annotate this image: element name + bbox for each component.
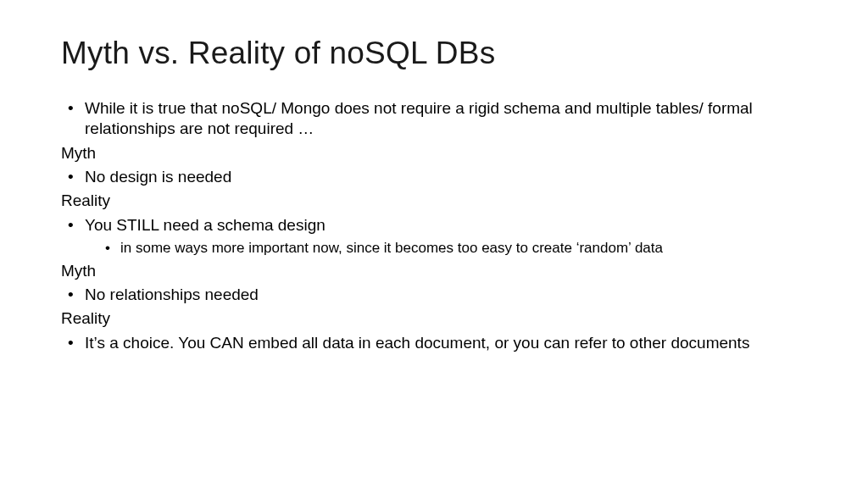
bullet-text: It’s a choice. You CAN embed all data in…	[85, 333, 807, 353]
slide-title: Myth vs. Reality of noSQL DBs	[61, 36, 807, 71]
bullet-text: You STILL need a schema design	[85, 215, 807, 236]
section-label: Reality	[61, 308, 807, 329]
slide-content: • While it is true that noSQL/ Mongo doe…	[61, 98, 807, 353]
bullet-text: No relationships needed	[85, 285, 807, 305]
bullet-marker: •	[68, 215, 85, 236]
bullet-sub-item: • in some ways more important now, since…	[61, 239, 807, 258]
bullet-item: • No relationships needed	[61, 285, 807, 305]
section-label: Myth	[61, 261, 807, 281]
bullet-text: No design is needed	[85, 167, 807, 187]
bullet-item: • No design is needed	[61, 167, 807, 187]
bullet-marker: •	[68, 285, 85, 305]
section-label: Reality	[61, 191, 807, 211]
bullet-item: • It’s a choice. You CAN embed all data …	[61, 333, 807, 353]
bullet-marker: •	[68, 167, 85, 187]
bullet-marker: •	[105, 239, 120, 258]
section-label: Myth	[61, 143, 807, 164]
bullet-item: • You STILL need a schema design	[61, 215, 807, 236]
bullet-text: in some ways more important now, since i…	[120, 239, 807, 258]
bullet-text: While it is true that noSQL/ Mongo does …	[85, 98, 807, 140]
bullet-item: • While it is true that noSQL/ Mongo doe…	[61, 98, 807, 140]
bullet-marker: •	[68, 333, 85, 353]
bullet-marker: •	[68, 98, 85, 140]
